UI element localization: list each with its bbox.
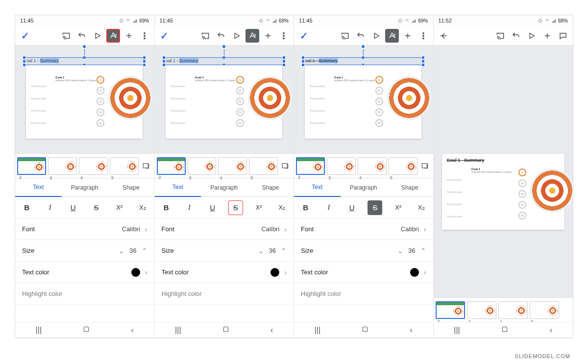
text-color-row[interactable]: Text color › bbox=[15, 262, 154, 283]
more-icon[interactable] bbox=[138, 29, 151, 43]
highlight-color-row[interactable]: Highlight color bbox=[15, 283, 154, 305]
subscript-button[interactable]: X₂ bbox=[274, 200, 289, 215]
back-button[interactable]: ‹ bbox=[270, 326, 273, 335]
thumbnail-5[interactable]: 5 bbox=[249, 157, 278, 175]
bold-button[interactable]: B bbox=[159, 200, 173, 215]
undo-icon[interactable] bbox=[214, 29, 228, 43]
text-color-row[interactable]: Text color› bbox=[155, 262, 294, 283]
thumbnail-3[interactable]: 3 bbox=[467, 301, 496, 319]
underline-button[interactable]: U bbox=[205, 200, 220, 215]
font-row[interactable]: FontCalibri› bbox=[294, 218, 433, 240]
undo-icon[interactable] bbox=[509, 29, 523, 43]
superscript-button[interactable]: X² bbox=[391, 200, 406, 215]
add-icon[interactable] bbox=[540, 29, 554, 43]
strikethrough-button[interactable]: S bbox=[368, 200, 382, 215]
size-decrease[interactable]: ⌄ bbox=[119, 247, 124, 255]
thumbnail-2[interactable]: 2 bbox=[17, 157, 46, 175]
home-button[interactable] bbox=[361, 325, 369, 335]
tab-paragraph[interactable]: Paragraph bbox=[62, 178, 108, 197]
back-button[interactable]: ‹ bbox=[550, 326, 552, 335]
selected-text[interactable]: oal 1 - Summary bbox=[305, 58, 338, 63]
format-button[interactable] bbox=[385, 29, 399, 43]
comment-icon[interactable] bbox=[556, 29, 570, 43]
done-button[interactable]: ✓ bbox=[18, 29, 32, 43]
text-color-row[interactable]: Text color› bbox=[294, 262, 433, 283]
slide-canvas[interactable]: oal 1 - Summary Goal 1Achieve 20% market… bbox=[15, 46, 154, 153]
thumbnail-3[interactable]: 3 bbox=[327, 157, 356, 175]
tab-text[interactable]: Text bbox=[155, 178, 201, 197]
present-icon[interactable] bbox=[91, 29, 104, 43]
font-row[interactable]: FontCalibri› bbox=[155, 218, 294, 240]
highlight-color-row[interactable]: Highlight color bbox=[155, 283, 294, 305]
recents-button[interactable]: ||| bbox=[36, 326, 42, 335]
size-decrease[interactable]: ⌄ bbox=[397, 247, 403, 255]
present-icon[interactable] bbox=[230, 29, 244, 43]
tab-text[interactable]: Text bbox=[15, 178, 62, 197]
add-icon[interactable] bbox=[261, 29, 275, 43]
back-button[interactable]: ‹ bbox=[410, 326, 413, 335]
thumbnail-2[interactable]: 2 bbox=[157, 157, 186, 175]
recents-button[interactable]: ||| bbox=[454, 326, 460, 335]
subscript-button[interactable]: X₂ bbox=[414, 200, 429, 215]
thumbnail-5[interactable]: 5 bbox=[389, 157, 417, 175]
slide-thumbnails[interactable]: 2 3 4 5 bbox=[15, 153, 154, 178]
superscript-button[interactable]: X² bbox=[251, 200, 266, 215]
present-icon[interactable] bbox=[525, 29, 539, 43]
add-slide-button[interactable] bbox=[141, 157, 152, 175]
subscript-button[interactable]: X₂ bbox=[135, 200, 150, 215]
size-increase[interactable]: ⌃ bbox=[420, 247, 426, 255]
home-button[interactable] bbox=[501, 325, 509, 335]
cast-icon[interactable] bbox=[198, 29, 212, 43]
italic-button[interactable]: I bbox=[43, 200, 57, 215]
superscript-button[interactable]: X² bbox=[112, 200, 127, 215]
done-button[interactable]: ✓ bbox=[158, 29, 172, 43]
thumbnail-4[interactable]: 4 bbox=[358, 157, 387, 175]
bold-button[interactable]: B bbox=[20, 200, 34, 215]
strikethrough-button[interactable]: S bbox=[228, 200, 243, 215]
textbox-selection[interactable]: oal 1 - Summary bbox=[164, 57, 284, 65]
add-slide-button[interactable] bbox=[280, 157, 292, 175]
selected-text[interactable]: oal 1 - Summary bbox=[26, 58, 59, 63]
underline-button[interactable]: U bbox=[66, 200, 80, 215]
textbox-selection[interactable]: oal 1 - Summary bbox=[303, 57, 423, 65]
slide-thumbnails[interactable]: 2 3 4 5 bbox=[434, 297, 573, 322]
tab-text[interactable]: Text bbox=[294, 178, 341, 197]
bold-button[interactable]: B bbox=[298, 200, 313, 215]
size-increase[interactable]: ⌃ bbox=[281, 247, 287, 255]
done-button[interactable]: ✓ bbox=[297, 29, 311, 43]
rotate-handle[interactable] bbox=[221, 44, 226, 49]
add-icon[interactable] bbox=[122, 29, 136, 43]
back-button[interactable]: ‹ bbox=[131, 326, 134, 335]
size-decrease[interactable]: ⌄ bbox=[258, 247, 264, 255]
tab-shape[interactable]: Shape bbox=[108, 178, 154, 197]
thumbnail-4[interactable]: 4 bbox=[218, 157, 247, 175]
strikethrough-button[interactable]: S bbox=[89, 200, 103, 215]
slide-canvas[interactable]: Goal 1 - Summary Goal 1Achieve 20% marke… bbox=[434, 46, 573, 338]
home-button[interactable] bbox=[82, 325, 90, 335]
add-icon[interactable] bbox=[401, 29, 415, 43]
tab-shape[interactable]: Shape bbox=[387, 178, 433, 197]
italic-button[interactable]: I bbox=[182, 200, 196, 215]
tab-paragraph[interactable]: Paragraph bbox=[341, 178, 387, 197]
thumbnail-4[interactable]: 4 bbox=[498, 301, 528, 319]
more-icon[interactable] bbox=[277, 29, 291, 43]
tab-shape[interactable]: Shape bbox=[247, 178, 294, 197]
thumbnail-2[interactable]: 2 bbox=[296, 157, 325, 175]
thumbnail-3[interactable]: 3 bbox=[188, 157, 217, 175]
add-slide-button[interactable] bbox=[419, 157, 431, 175]
thumbnail-2[interactable]: 2 bbox=[436, 301, 465, 319]
underline-button[interactable]: U bbox=[344, 200, 359, 215]
selected-text[interactable]: oal 1 - Summary bbox=[166, 58, 198, 63]
tab-paragraph[interactable]: Paragraph bbox=[201, 178, 247, 197]
back-arrow-button[interactable] bbox=[437, 29, 450, 43]
slide-canvas[interactable]: oal 1 - Summary Goal 1Achieve 20% market… bbox=[155, 46, 294, 153]
format-button[interactable] bbox=[106, 29, 120, 43]
highlight-color-row[interactable]: Highlight color bbox=[294, 283, 433, 305]
slide-thumbnails[interactable]: 2 3 4 5 bbox=[155, 153, 294, 178]
present-icon[interactable] bbox=[369, 29, 383, 43]
recents-button[interactable]: ||| bbox=[175, 326, 181, 335]
thumbnail-5[interactable]: 5 bbox=[530, 301, 559, 319]
format-button[interactable] bbox=[245, 29, 259, 43]
italic-button[interactable]: I bbox=[321, 200, 336, 215]
thumbnail-3[interactable]: 3 bbox=[48, 157, 77, 175]
